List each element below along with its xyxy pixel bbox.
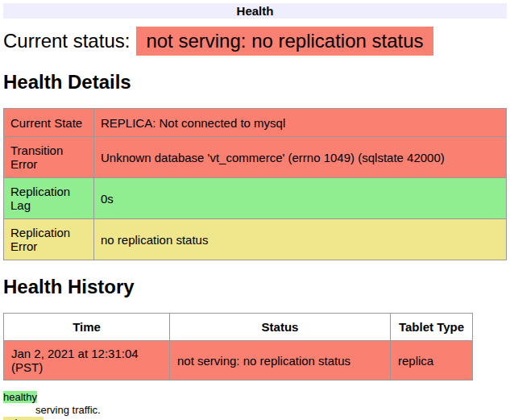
table-row: Replication Error no replication status <box>4 219 507 260</box>
table-row: Replication Lag 0s <box>4 178 507 219</box>
legend: healthy serving traffic. unhappy will se… <box>3 391 507 420</box>
table-header-row: Time Status Tablet Type <box>4 314 473 341</box>
legend-term-healthy: healthy <box>3 391 37 403</box>
detail-label-cell: Replication Lag <box>4 178 94 219</box>
legend-term: healthy <box>3 391 507 404</box>
history-status-cell: not serving: no replication status <box>170 341 391 380</box>
health-details-heading: Health Details <box>3 71 507 94</box>
page-title-bar: Health <box>3 3 507 19</box>
history-time-cell: Jan 2, 2021 at 12:31:04 (PST) <box>4 341 170 380</box>
detail-value-cell: no replication status <box>94 219 507 260</box>
legend-description: serving traffic. <box>35 404 507 417</box>
detail-label-cell: Replication Error <box>4 219 94 260</box>
detail-label-cell: Transition Error <box>4 137 94 178</box>
detail-value-cell: 0s <box>94 178 507 219</box>
health-history-heading: Health History <box>3 276 507 298</box>
history-tablet-type-cell: replica <box>391 341 473 380</box>
column-header-time: Time <box>4 314 170 341</box>
detail-label-cell: Current State <box>4 109 94 137</box>
detail-value-cell: Unknown database 'vt_commerce' (errno 10… <box>94 137 507 178</box>
table-row: Jan 2, 2021 at 12:31:04 (PST) not servin… <box>4 341 473 380</box>
legend-term: unhappy <box>3 417 507 420</box>
table-row: Transition Error Unknown database 'vt_co… <box>4 137 507 178</box>
current-status-label: Current status: <box>3 30 130 52</box>
health-details-table: Current State REPLICA: Not connected to … <box>3 108 507 260</box>
current-status-line: Current status:not serving: no replicati… <box>3 27 507 56</box>
column-header-tablet-type: Tablet Type <box>391 314 473 341</box>
current-status-badge: not serving: no replication status <box>136 27 433 56</box>
legend-term-unhappy: unhappy <box>3 417 44 420</box>
page-title: Health <box>237 4 274 18</box>
health-history-table: Time Status Tablet Type Jan 2, 2021 at 1… <box>3 313 473 380</box>
column-header-status: Status <box>170 314 391 341</box>
table-row: Current State REPLICA: Not connected to … <box>4 109 507 137</box>
detail-value-cell: REPLICA: Not connected to mysql <box>94 109 507 137</box>
